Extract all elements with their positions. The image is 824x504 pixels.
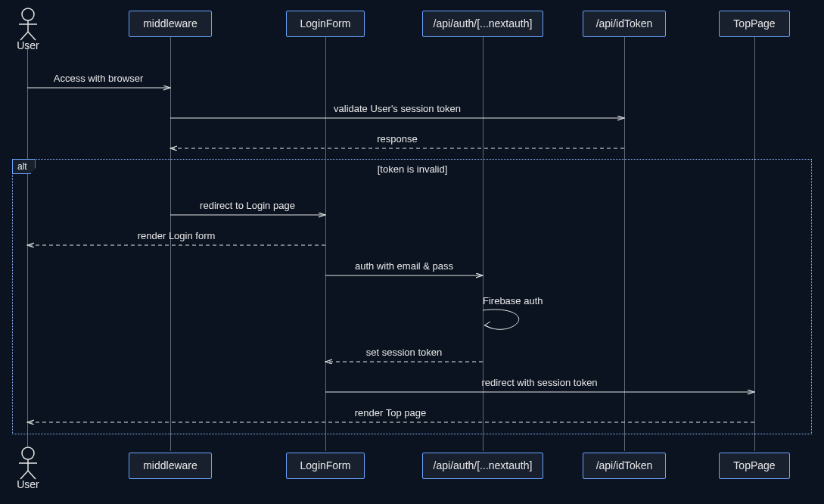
participant-apiidtoken-top: /api/idToken xyxy=(583,11,666,37)
msg-set-session-token: set session token xyxy=(366,347,442,358)
actor-user-top: User xyxy=(15,8,41,51)
participant-loginform-bottom: LoginForm xyxy=(286,453,365,479)
msg-render-top-page: render Top page xyxy=(355,407,426,418)
actor-user-bottom: User xyxy=(15,446,41,490)
msg-response: response xyxy=(377,133,417,145)
msg-access-with-browser: Access with browser xyxy=(54,73,143,84)
svg-point-5 xyxy=(22,447,34,459)
participant-apiauth-top: /api/auth/[...nextauth] xyxy=(422,11,543,37)
actor-user-top-label: User xyxy=(15,39,41,51)
participant-apiauth-bottom: /api/auth/[...nextauth] xyxy=(422,453,543,479)
msg-redirect-login-page: redirect to Login page xyxy=(200,200,295,211)
alt-condition: [token is invalid] xyxy=(378,163,448,175)
participant-apiidtoken-bottom: /api/idToken xyxy=(583,453,666,479)
participant-middleware-top: middleware xyxy=(129,11,212,37)
msg-validate-session-token: validate User's session token xyxy=(334,103,461,114)
alt-fragment xyxy=(12,159,812,434)
msg-redirect-with-session-token: redirect with session token xyxy=(481,377,597,388)
participant-toppage-top: TopPage xyxy=(719,11,790,37)
alt-tag: alt xyxy=(12,159,36,174)
participant-toppage-bottom: TopPage xyxy=(719,453,790,479)
msg-render-login-form: render Login form xyxy=(138,230,216,241)
svg-point-0 xyxy=(22,8,34,20)
msg-firebase-auth: Firebase auth xyxy=(483,295,543,306)
msg-auth-email-pass: auth with email & pass xyxy=(355,260,453,272)
actor-user-bottom-label: User xyxy=(15,478,41,490)
participant-middleware-bottom: middleware xyxy=(129,453,212,479)
participant-loginform-top: LoginForm xyxy=(286,11,365,37)
